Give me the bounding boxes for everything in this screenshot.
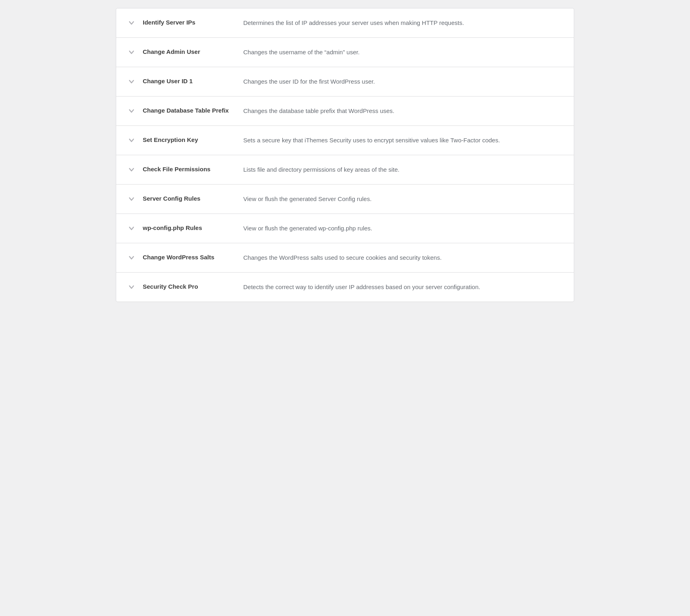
chevron-down-icon — [127, 19, 136, 27]
item-description-change-user-id-1: Changes the user ID for the first WordPr… — [243, 77, 563, 86]
chevron-down-icon — [127, 195, 136, 203]
chevron-down-icon — [127, 283, 136, 291]
item-title-change-user-id-1: Change User ID 1 — [143, 77, 231, 86]
item-description-security-check-pro: Detects the correct way to identify user… — [243, 282, 563, 292]
chevron-down-icon — [127, 254, 136, 262]
accordion-item-change-user-id-1[interactable]: Change User ID 1 Changes the user ID for… — [116, 67, 574, 97]
accordion-item-security-check-pro[interactable]: Security Check Pro Detects the correct w… — [116, 273, 574, 302]
item-title-change-database-table-prefix: Change Database Table Prefix — [143, 106, 231, 115]
item-description-set-encryption-key: Sets a secure key that iThemes Security … — [243, 136, 563, 145]
accordion-item-server-config-rules[interactable]: Server Config Rules View or flush the ge… — [116, 185, 574, 214]
chevron-down-icon — [127, 48, 136, 56]
item-title-change-wordpress-salts: Change WordPress Salts — [143, 253, 231, 262]
item-description-identify-server-ips: Determines the list of IP addresses your… — [243, 18, 563, 28]
item-title-set-encryption-key: Set Encryption Key — [143, 136, 231, 145]
item-title-change-admin-user: Change Admin User — [143, 47, 231, 57]
item-title-check-file-permissions: Check File Permissions — [143, 165, 231, 174]
item-title-security-check-pro: Security Check Pro — [143, 282, 231, 292]
item-title-identify-server-ips: Identify Server IPs — [143, 18, 231, 27]
accordion-container: Identify Server IPs Determines the list … — [116, 8, 574, 302]
chevron-down-icon — [127, 224, 136, 232]
item-description-change-wordpress-salts: Changes the WordPress salts used to secu… — [243, 253, 563, 263]
accordion-item-wp-config-php-rules[interactable]: wp-config.php Rules View or flush the ge… — [116, 214, 574, 243]
item-description-check-file-permissions: Lists file and directory permissions of … — [243, 165, 563, 175]
accordion-item-change-database-table-prefix[interactable]: Change Database Table Prefix Changes the… — [116, 97, 574, 126]
item-description-change-admin-user: Changes the username of the “admin” user… — [243, 47, 563, 57]
chevron-down-icon — [127, 78, 136, 86]
item-description-change-database-table-prefix: Changes the database table prefix that W… — [243, 106, 563, 116]
item-description-server-config-rules: View or flush the generated Server Confi… — [243, 194, 563, 204]
item-title-wp-config-php-rules: wp-config.php Rules — [143, 224, 231, 233]
accordion-item-set-encryption-key[interactable]: Set Encryption Key Sets a secure key tha… — [116, 126, 574, 155]
chevron-down-icon — [127, 136, 136, 144]
chevron-down-icon — [127, 166, 136, 174]
accordion-item-change-admin-user[interactable]: Change Admin User Changes the username o… — [116, 38, 574, 67]
chevron-down-icon — [127, 107, 136, 115]
accordion-item-change-wordpress-salts[interactable]: Change WordPress Salts Changes the WordP… — [116, 243, 574, 273]
item-description-wp-config-php-rules: View or flush the generated wp-config.ph… — [243, 224, 563, 233]
item-title-server-config-rules: Server Config Rules — [143, 194, 231, 203]
accordion-item-identify-server-ips[interactable]: Identify Server IPs Determines the list … — [116, 8, 574, 38]
accordion-item-check-file-permissions[interactable]: Check File Permissions Lists file and di… — [116, 155, 574, 185]
